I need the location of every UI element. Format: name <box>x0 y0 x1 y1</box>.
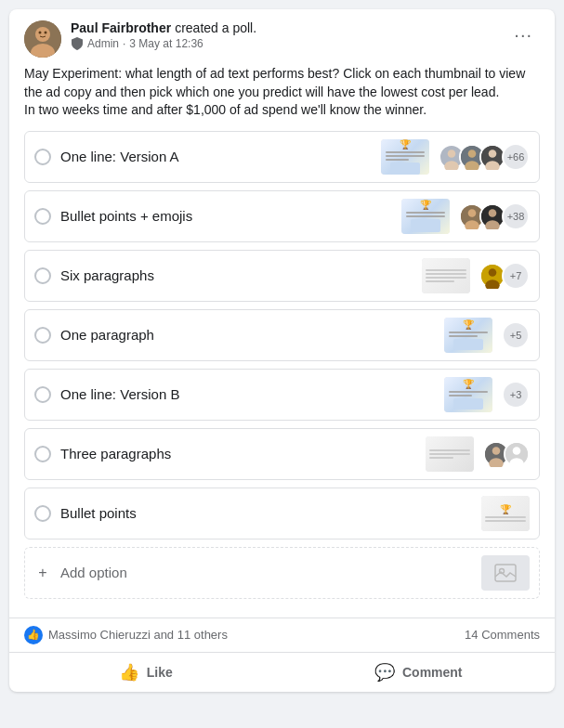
svg-point-17 <box>489 209 497 217</box>
poll-radio[interactable] <box>34 267 51 284</box>
reactions-names[interactable]: Massimo Chieruzzi and 11 others <box>48 628 228 642</box>
comments-count[interactable]: 14 Comments <box>465 628 540 642</box>
add-icon: + <box>34 565 51 581</box>
svg-point-6 <box>444 161 458 170</box>
like-button[interactable]: 👍 Like <box>9 653 282 692</box>
poll-radio[interactable] <box>34 505 51 522</box>
poll-radio[interactable] <box>34 386 51 403</box>
poll-voters: +38 <box>459 202 530 230</box>
svg-point-26 <box>513 447 521 455</box>
poll-radio[interactable] <box>34 327 51 344</box>
poll-option-thumbnail[interactable]: 🏆 <box>401 199 450 234</box>
svg-rect-28 <box>495 565 516 581</box>
svg-point-14 <box>468 209 477 217</box>
svg-point-20 <box>489 268 497 277</box>
poll-option[interactable]: One paragraph 🏆 +5 <box>24 309 540 361</box>
add-option-label: Add option <box>60 565 472 580</box>
poll-voters <box>483 441 530 467</box>
poll-option-label: One line: Version B <box>60 386 435 402</box>
svg-point-23 <box>492 447 501 455</box>
poll-voters: +5 <box>502 321 530 349</box>
like-reaction-icon: 👍 <box>24 626 43 644</box>
post-card: Paul Fairbrother created a poll. Admin ·… <box>9 9 555 692</box>
svg-point-1 <box>35 27 50 42</box>
poll-voters: +7 <box>479 262 530 290</box>
vote-count: +7 <box>502 262 530 290</box>
poll-option-label: Bullet points + emojis <box>60 208 392 224</box>
add-option-image-placeholder <box>481 555 530 591</box>
poll-option-label: One paragraph <box>60 327 435 343</box>
poll-radio[interactable] <box>34 446 51 462</box>
svg-point-3 <box>39 32 42 34</box>
poll-option[interactable]: Bullet points + emojis 🏆 <box>24 190 540 242</box>
poll-container: One line: Version A 🏆 <box>9 131 555 614</box>
poll-option-label: Bullet points <box>60 505 472 521</box>
poll-radio[interactable] <box>34 149 51 165</box>
post-meta: Paul Fairbrother created a poll. Admin ·… <box>71 20 256 50</box>
poll-option-thumbnail[interactable] <box>422 258 470 293</box>
role-label: Admin <box>87 37 119 50</box>
post-action: created a poll. <box>175 20 256 35</box>
comment-icon: 💬 <box>374 662 395 682</box>
like-label: Like <box>147 665 173 680</box>
vote-count: +66 <box>502 143 530 171</box>
svg-point-11 <box>489 150 497 158</box>
poll-radio[interactable] <box>34 208 51 225</box>
post-text: May Experiment: what length of ad text p… <box>24 66 525 117</box>
vote-count: +3 <box>502 381 530 409</box>
post-body: May Experiment: what length of ad text p… <box>9 65 555 131</box>
shield-icon <box>71 37 84 50</box>
poll-option[interactable]: Six paragraphs +7 <box>24 250 540 302</box>
post-header: Paul Fairbrother created a poll. Admin ·… <box>9 9 555 65</box>
avatar <box>24 20 61 58</box>
author-name: Paul Fairbrother <box>71 20 171 35</box>
poll-option-label: Six paragraphs <box>60 267 413 283</box>
poll-option-label: Three paragraphs <box>60 446 416 462</box>
poll-option-label: One line: Version A <box>60 149 372 164</box>
reactions-bar: 👍 Massimo Chieruzzi and 11 others 14 Com… <box>9 618 555 652</box>
comment-button[interactable]: 💬 Comment <box>282 653 556 692</box>
avatar-image <box>24 20 61 58</box>
add-option-row[interactable]: + Add option <box>24 547 540 599</box>
poll-voters: +66 <box>439 143 530 171</box>
poll-option[interactable]: Three paragraphs <box>24 428 540 480</box>
svg-point-8 <box>468 150 477 158</box>
action-bar: 👍 Like 💬 Comment <box>9 652 555 692</box>
post-header-left: Paul Fairbrother created a poll. Admin ·… <box>24 20 256 58</box>
timestamp: 3 May at 12:36 <box>129 37 203 50</box>
svg-point-5 <box>448 150 456 158</box>
comment-label: Comment <box>402 665 463 680</box>
more-options-button[interactable]: ··· <box>506 20 540 49</box>
vote-count: +5 <box>502 321 530 349</box>
poll-option[interactable]: One line: Version A 🏆 <box>24 131 540 183</box>
like-icon: 👍 <box>119 662 139 682</box>
poll-voters: +3 <box>502 381 530 409</box>
svg-point-4 <box>45 32 47 34</box>
poll-option[interactable]: Bullet points 🏆 <box>24 488 540 540</box>
poll-option-thumbnail[interactable]: 🏆 <box>444 318 492 353</box>
vote-count: +38 <box>502 202 530 230</box>
poll-option[interactable]: One line: Version B 🏆 +3 <box>24 369 540 421</box>
poll-option-thumbnail[interactable]: 🏆 <box>481 496 530 531</box>
reactions-left: 👍 Massimo Chieruzzi and 11 others <box>24 626 228 644</box>
post-sub: Admin · 3 May at 12:36 <box>71 37 256 50</box>
poll-option-thumbnail[interactable]: 🏆 <box>444 377 492 412</box>
poll-option-thumbnail[interactable]: 🏆 <box>381 139 429 175</box>
post-author-line: Paul Fairbrother created a poll. <box>71 20 256 35</box>
separator: · <box>123 37 125 50</box>
poll-option-thumbnail[interactable] <box>426 436 474 472</box>
voter-avatar <box>504 441 530 467</box>
